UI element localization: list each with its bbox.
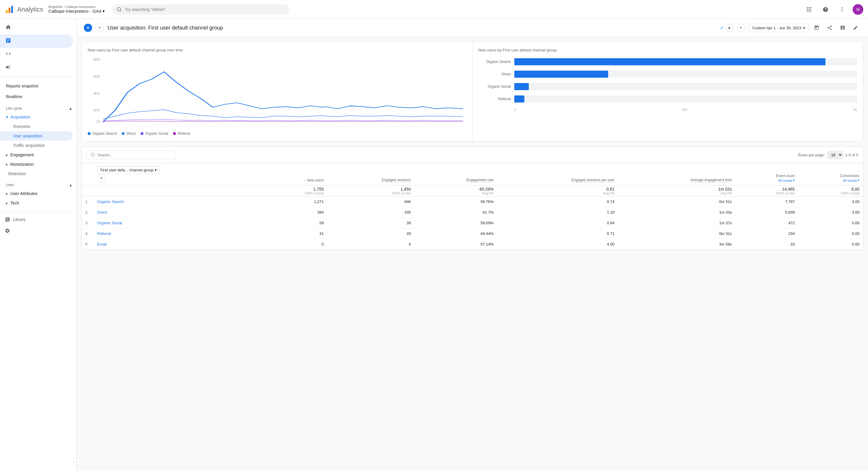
acquisition-expand-icon: ▾ (6, 115, 8, 119)
add-dimension-button[interactable]: + (97, 174, 105, 182)
svg-text:40: 40 (93, 92, 100, 95)
sidebar-item-advertising[interactable] (0, 61, 76, 75)
logo-area: Analytics BrightSite > Calliope Interpre… (5, 5, 105, 14)
cell-esp-user: 1.10 (497, 207, 618, 218)
property-name[interactable]: Calliope-Interpreters - GA4 ▾ (49, 8, 105, 14)
legend-direct[interactable]: Direct (122, 131, 135, 136)
sidebar-item-home[interactable] (0, 21, 76, 35)
bar-track-referral (514, 95, 857, 102)
property-selector[interactable]: BrightSite > Calliope Interpreters Calli… (49, 5, 105, 14)
settings-icon (5, 228, 10, 233)
legend-dot-organic-search (88, 132, 91, 135)
dim-col-header[interactable]: First user defa... channel group ▾ + (94, 163, 262, 185)
dim-filter-button[interactable]: First user defa... channel group ▾ (97, 166, 160, 174)
tech-label: Tech (10, 201, 19, 205)
help-button[interactable] (819, 4, 831, 16)
conversions-col-header[interactable]: Conversions All events ▾ (798, 163, 863, 185)
avg-engagement-col-header[interactable]: Average engagement time (618, 163, 736, 185)
table-search-input[interactable] (97, 153, 147, 157)
apps-button[interactable] (803, 4, 815, 16)
user-attributes-expand-icon: ▸ (6, 191, 8, 196)
more-button[interactable] (836, 4, 848, 16)
legend-organic-social[interactable]: Organic Social (141, 131, 168, 136)
cell-esp-user: 0.71 (497, 228, 618, 239)
nav-overview[interactable]: Overview (0, 122, 73, 131)
advertising-icon (5, 64, 12, 71)
svg-rect-1 (8, 8, 10, 13)
engaged-sessions-col-label: Engaged sessions (382, 178, 411, 182)
sidebar-divider-2 (0, 211, 76, 212)
avg-engagement-col-label: Average engagement time (690, 178, 732, 182)
insights-button[interactable] (837, 23, 848, 33)
svg-rect-2 (11, 6, 13, 13)
cell-conversions: 0.00 (798, 228, 863, 239)
avatar[interactable]: M (852, 4, 863, 15)
svg-point-15 (841, 11, 842, 11)
engaged-sessions-header-group: Engaged sessions (331, 178, 411, 182)
cell-engagement-rate: 61.7% (414, 207, 497, 218)
svg-point-14 (841, 9, 842, 10)
svg-text:01: 01 (408, 124, 414, 125)
bar-axis-0: 0 (514, 108, 516, 111)
nav-user-attributes[interactable]: ▸ User Attributes (0, 189, 76, 198)
sidebar-item-library[interactable]: Library (0, 214, 76, 225)
total-event-count: 14,465 (739, 187, 795, 192)
share-button[interactable] (824, 23, 835, 33)
search-input[interactable] (125, 7, 284, 12)
nav-engagement[interactable]: ▸ Engagement (0, 150, 76, 159)
legend-referral[interactable]: Referral (173, 131, 190, 136)
sidebar-item-realtime[interactable]: Realtime (0, 91, 76, 102)
total-avg-engagement-sub: Avg 0% (621, 192, 732, 195)
total-conversions: 6.00 (802, 187, 860, 192)
user-section-label: User (6, 183, 14, 187)
cell-esp-user: 0.74 (497, 197, 618, 207)
retention-label: Retention (8, 171, 26, 176)
nav-tech[interactable]: ▸ Tech (0, 198, 76, 208)
conversions-dropdown[interactable]: All events ▾ (843, 178, 860, 182)
table-toolbar: Rows per page: 10 25 50 1-5 of 5 (82, 147, 863, 163)
cell-engaged-sessions: 435 (328, 207, 414, 218)
nav-user-acquisition[interactable]: User acquisition (0, 131, 73, 141)
cell-new-users: 41 (262, 228, 327, 239)
new-users-col-header[interactable]: ↓ New users (262, 163, 327, 185)
nav-acquisition[interactable]: ▾ Acquisition (0, 112, 76, 122)
sort-down-icon: ↓ (304, 178, 306, 182)
add-segment-button[interactable]: ▾ (725, 24, 733, 32)
bar-fill-referral (514, 95, 524, 102)
event-count-dropdown[interactable]: All events ▾ (778, 178, 795, 182)
event-count-col-header[interactable]: Event count All events ▾ (736, 163, 798, 185)
nav-retention[interactable]: Retention (0, 169, 73, 178)
add-report-button[interactable]: + (737, 24, 745, 32)
cell-channel: Organic Social (94, 218, 262, 228)
sidebar-item-settings[interactable] (0, 225, 76, 236)
search-bar[interactable] (112, 4, 289, 14)
edit-button[interactable] (850, 23, 861, 33)
sidebar-item-reports-snapshot[interactable]: Reports snapshot (0, 81, 76, 91)
svg-point-13 (841, 7, 842, 8)
cell-event-count: 33 (736, 239, 798, 250)
sidebar-item-explore[interactable] (0, 48, 76, 61)
collapse-sidebar-button[interactable]: ‹ (73, 458, 80, 465)
svg-text:80: 80 (93, 58, 100, 61)
nav-traffic-acquisition[interactable]: Traffic acquisition (0, 141, 73, 150)
reports-snapshot-label: Reports snapshot (6, 84, 38, 88)
line-chart-panel: New users by First user default channel … (82, 42, 472, 142)
engagement-rate-col-header[interactable]: Engagement rate (414, 163, 497, 185)
engaged-sessions-col-header[interactable]: Engaged sessions (328, 163, 414, 185)
esp-user-col-header[interactable]: Engaged sessions per user (497, 163, 618, 185)
cell-channel: Organic Search (94, 197, 262, 207)
check-icon: ✓ (720, 25, 724, 31)
main-layout: Reports snapshot Realtime Life cycle ▴ ▾… (0, 19, 868, 471)
user-section-header[interactable]: User ▴ (0, 180, 76, 189)
rows-per-page-select[interactable]: 10 25 50 (827, 151, 843, 159)
legend-organic-search[interactable]: Organic Search (88, 131, 117, 136)
add-comparison-button[interactable]: + (96, 24, 104, 32)
table-search[interactable] (87, 150, 175, 159)
insights-icon (840, 25, 845, 30)
user-attributes-label: User Attributes (10, 191, 37, 196)
lifecycle-section-header[interactable]: Life cycle ▴ (0, 103, 76, 112)
nav-monetization[interactable]: ▸ Monetization (0, 159, 76, 169)
calendar-button[interactable] (811, 23, 822, 33)
date-range-button[interactable]: Custom Apr 1 - Jun 30, 2023 ▾ (749, 24, 809, 32)
sidebar-item-reports[interactable] (0, 35, 73, 48)
